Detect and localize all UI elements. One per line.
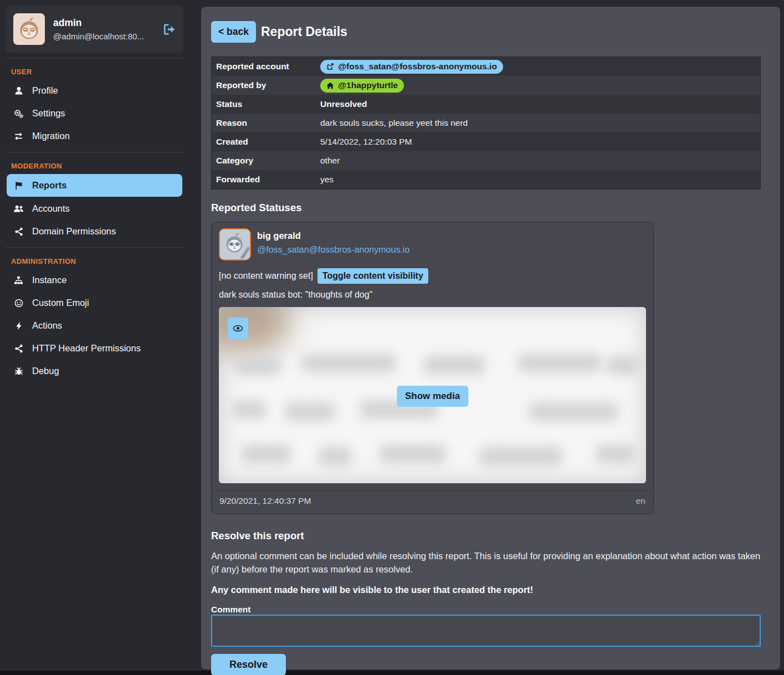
row-value: yes (320, 175, 334, 185)
sidebar: admin @admin@localhost:80... USER (0, 0, 192, 671)
row-value: Unresolved (320, 99, 367, 109)
sidebar-divider (6, 58, 183, 58)
show-media-button[interactable]: Show media (397, 386, 468, 407)
row-value: @foss_satan@fossbros-anonymous.io (320, 60, 503, 74)
reported-statuses-heading: Reported Statuses (211, 202, 761, 214)
arrows-left-right-icon (13, 132, 24, 141)
main-area: < back Report Details Reported account (192, 0, 784, 671)
sidebar-item-http-header-permissions[interactable]: HTTP Header Permissions (7, 338, 182, 359)
row-value: dark souls sucks, please yeet this nerd (320, 118, 468, 128)
table-row: Reason dark souls sucks, please yeet thi… (212, 114, 760, 132)
sidebar-item-accounts[interactable]: Accounts (7, 198, 182, 219)
row-value: @1happyturtle (320, 79, 404, 93)
reported-status-card: big gerald @foss_satan@fossbros-anonymou… (211, 222, 654, 514)
sidebar-item-label: Actions (32, 320, 62, 331)
sidebar-item-settings[interactable]: Settings (7, 103, 182, 124)
row-label: Reason (212, 118, 320, 128)
sitemap-icon (13, 276, 24, 285)
status-language: en (636, 496, 645, 506)
sign-out-icon (161, 22, 176, 37)
external-link-icon (326, 63, 334, 70)
nav-section-moderation: MODERATION Reports Accounts (6, 162, 183, 242)
section-label-administration: ADMINISTRATION (11, 257, 183, 265)
users-icon (13, 204, 24, 213)
sidebar-item-label: Instance (32, 275, 66, 285)
row-value: 5/14/2022, 12:20:03 PM (320, 137, 412, 147)
reported-by-badge[interactable]: @1happyturtle (320, 79, 404, 93)
sidebar-item-reports[interactable]: Reports (7, 174, 182, 197)
sidebar-item-label: Accounts (32, 203, 70, 214)
row-label: Forwarded (212, 175, 320, 185)
bug-icon (13, 367, 24, 376)
row-label: Status (212, 99, 320, 109)
resolve-description: An optional comment can be included whil… (211, 550, 761, 576)
share-nodes-icon (13, 344, 24, 353)
comment-textarea[interactable] (211, 615, 761, 647)
status-account-link[interactable]: @foss_satan@fossbros-anonymous.io (257, 245, 409, 255)
status-media-attachment: Show media (219, 307, 646, 483)
status-display-name: big gerald (257, 231, 409, 241)
badge-label: @foss_satan@fossbros-anonymous.io (338, 62, 497, 71)
table-row: Reported account @foss_satan@fossbros-an… (212, 57, 760, 76)
sidebar-item-domain-permissions[interactable]: Domain Permissions (7, 221, 182, 242)
page: admin @admin@localhost:80... USER (0, 0, 784, 671)
sidebar-item-label: Reports (32, 180, 66, 191)
section-label-moderation: MODERATION (11, 162, 183, 170)
badge-label: @1happyturtle (338, 80, 398, 90)
status-content-text: dark souls status bot: "thoughts of dog" (219, 290, 646, 300)
section-label-user: USER (11, 68, 183, 76)
toggle-content-visibility-button[interactable]: Toggle content visibility (317, 268, 428, 284)
table-row: Reported by @1happyturtle (212, 76, 760, 95)
sidebar-divider (6, 247, 183, 248)
sloth-avatar-image (220, 229, 250, 259)
sidebar-item-debug[interactable]: Debug (7, 360, 182, 382)
user-handle: @admin@localhost:80... (53, 32, 144, 41)
status-names: big gerald @foss_satan@fossbros-anonymou… (257, 228, 409, 260)
table-row: Created 5/14/2022, 12:20:03 PM (212, 132, 760, 151)
sidebar-item-instance[interactable]: Instance (7, 269, 182, 291)
report-info-table: Reported account @foss_satan@fossbros-an… (211, 57, 761, 190)
reported-account-badge[interactable]: @foss_satan@fossbros-anonymous.io (320, 60, 503, 74)
sidebar-item-custom-emoji[interactable]: Custom Emoji (7, 292, 182, 314)
sidebar-item-label: Custom Emoji (32, 298, 89, 308)
user-info: admin @admin@localhost:80... (53, 17, 144, 41)
sidebar-item-label: Debug (32, 366, 59, 376)
sidebar-item-profile[interactable]: Profile (7, 80, 182, 101)
share-nodes-icon (13, 227, 24, 236)
sidebar-item-label: Migration (32, 131, 70, 141)
status-avatar (219, 228, 251, 260)
sidebar-item-label: Domain Permissions (32, 226, 116, 237)
back-button[interactable]: < back (211, 21, 256, 43)
content-warning-text: [no content warning set] (219, 271, 313, 281)
sloth-avatar-image (13, 13, 45, 45)
nav-section-administration: ADMINISTRATION Instance (6, 257, 183, 382)
user-name: admin (53, 17, 144, 29)
hide-media-button[interactable] (228, 318, 248, 339)
table-row: Forwarded yes (212, 170, 760, 189)
content-warning-row: [no content warning set] Toggle content … (219, 268, 646, 284)
status-footer: 9/20/2021, 12:40:37 PM en (212, 490, 653, 512)
eye-icon (233, 325, 243, 332)
sidebar-item-label: Profile (32, 85, 58, 96)
table-row: Category other (212, 151, 760, 170)
row-label: Reported account (212, 62, 320, 71)
page-header: < back Report Details (211, 21, 761, 43)
sidebar-item-actions[interactable]: Actions (7, 315, 182, 336)
sidebar-item-label: Settings (32, 108, 65, 119)
row-value: other (320, 156, 340, 166)
bolt-icon (13, 321, 24, 330)
page-title: Report Details (261, 24, 347, 39)
avatar (13, 13, 45, 45)
resolve-report-heading: Resolve this report (211, 530, 761, 542)
gears-icon (13, 109, 24, 118)
sidebar-item-migration[interactable]: Migration (7, 125, 182, 147)
comment-label: Comment (211, 605, 250, 614)
logout-button[interactable] (161, 22, 176, 37)
user-card: admin @admin@localhost:80... (6, 6, 183, 53)
resolve-button[interactable]: Resolve (211, 654, 286, 675)
status-header: big gerald @foss_satan@fossbros-anonymou… (219, 228, 646, 260)
row-label: Category (212, 156, 320, 166)
row-label: Created (212, 137, 320, 147)
table-row: Status Unresolved (212, 95, 760, 114)
status-timestamp: 9/20/2021, 12:40:37 PM (219, 496, 311, 506)
